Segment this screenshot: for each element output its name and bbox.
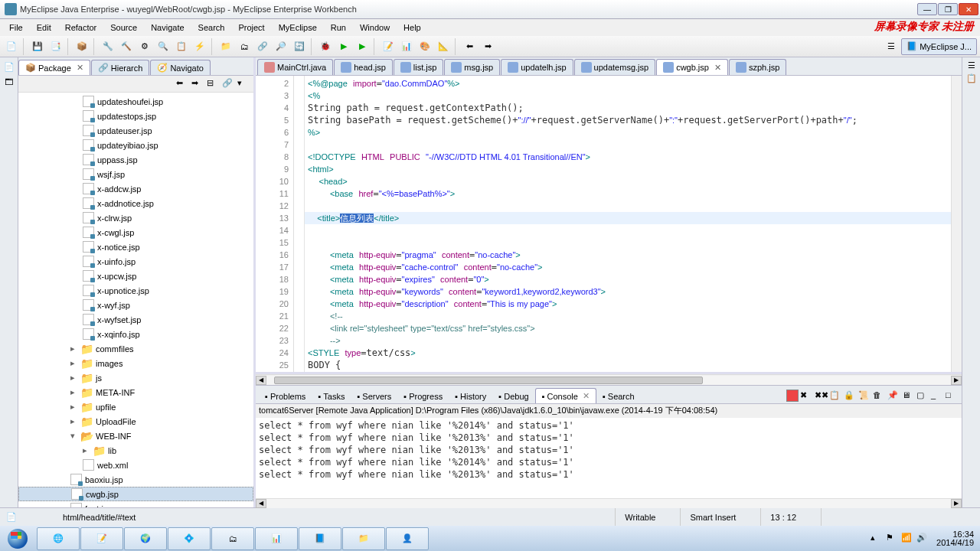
tool-btn-9[interactable]: 🗂 [236, 38, 253, 55]
task-app-2[interactable]: 🗂 [211, 527, 254, 550]
editor-tab-updatelh-jsp[interactable]: updatelh.jsp [501, 59, 573, 75]
tree-item-web-xml[interactable]: web.xml [18, 458, 253, 472]
tool-btn-13[interactable]: 📝 [380, 38, 397, 55]
tool-btn-10[interactable]: 🔗 [254, 38, 271, 55]
tree-item-x-addcw-jsp[interactable]: x-addcw.jsp [18, 181, 253, 196]
menu-source[interactable]: Source [104, 21, 143, 34]
pkg-collapse-button[interactable]: ⊟ [206, 77, 220, 91]
tree-item-lib[interactable]: ▸📁lib [18, 443, 253, 458]
bottom-tab-console[interactable]: ▪Console✕ [535, 388, 596, 403]
close-icon[interactable]: ✕ [77, 63, 83, 73]
bottom-tab-tasks[interactable]: ▪Tasks [312, 390, 351, 403]
outline-icon[interactable]: ☰ [968, 60, 975, 70]
console-btn-8[interactable]: 📌 [887, 390, 900, 403]
menu-window[interactable]: Window [354, 21, 396, 34]
tree-item-updateuser-jsp[interactable]: updateuser.jsp [18, 123, 253, 138]
perspective-myeclipse[interactable]: 📘 MyEclipse J... [901, 38, 977, 55]
bottom-tab-search[interactable]: ▪Search [596, 390, 641, 403]
console-btn-9[interactable]: 🖥 [901, 390, 915, 403]
tree-item-images[interactable]: ▸📁images [18, 356, 253, 370]
tool-btn-11[interactable]: 🔎 [273, 38, 289, 55]
remove-launch-button[interactable]: ✖ [799, 390, 813, 403]
console-btn-10[interactable]: ▢ [916, 390, 929, 403]
bottom-tab-history[interactable]: ▪History [449, 390, 492, 403]
tool-btn-3[interactable]: 🔨 [118, 38, 135, 55]
editor-tab-msg-jsp[interactable]: msg.jsp [444, 59, 500, 75]
tree-item-x-upcw-jsp[interactable]: x-upcw.jsp [18, 269, 253, 283]
tray-show-hidden-icon[interactable]: ▴ [871, 533, 883, 545]
package-tree[interactable]: updateshoufei.jspupdatestops.jspupdateus… [18, 93, 253, 507]
tool-btn-8[interactable]: 📁 [217, 38, 234, 55]
run-button[interactable]: ▶ [335, 38, 352, 55]
runlast-button[interactable]: ▶ [354, 38, 371, 55]
tool-btn-14[interactable]: 📊 [398, 38, 415, 55]
editor-tab-szph-jsp[interactable]: szph.jsp [729, 59, 786, 75]
scroll-right-button[interactable]: ▶ [951, 376, 962, 385]
close-icon[interactable]: ✕ [583, 391, 590, 401]
tab-navigator[interactable]: 🧭 Navigato [150, 60, 210, 75]
menu-run[interactable]: Run [325, 21, 352, 34]
task-ie[interactable]: 🌐 [37, 527, 80, 550]
task-myeclipse[interactable]: 💠 [168, 527, 211, 550]
tool-btn-15[interactable]: 🎨 [416, 38, 433, 55]
tool-btn-2[interactable]: 🔧 [100, 38, 116, 55]
tree-item-x-wyfset-jsp[interactable]: x-wyfset.jsp [18, 312, 253, 327]
outline-icon-2[interactable]: 📋 [966, 73, 977, 83]
code-editor[interactable]: <%@page import="dao.CommDAO"%> <% String… [305, 76, 951, 372]
menu-file[interactable]: File [3, 21, 29, 34]
scroll-thumb[interactable] [274, 377, 703, 384]
folding-gutter[interactable] [294, 76, 305, 372]
trim-icon-1[interactable]: 📄 [3, 60, 15, 73]
save-button[interactable]: 💾 [29, 38, 46, 55]
menu-edit[interactable]: Edit [31, 21, 57, 34]
editor-tab-list-jsp[interactable]: list.jsp [394, 59, 444, 75]
tray-volume-icon[interactable]: 🔊 [916, 533, 929, 545]
tree-item-x-uinfo-jsp[interactable]: x-uinfo.jsp [18, 254, 253, 269]
tab-hierarchy[interactable]: 🔗 Hierarch [91, 60, 150, 75]
task-excel[interactable]: 📊 [255, 527, 298, 550]
close-button[interactable]: ✕ [959, 3, 978, 15]
task-notepad[interactable]: 📝 [80, 527, 123, 550]
tool-btn-5[interactable]: 🔍 [155, 38, 172, 55]
bottom-tab-servers[interactable]: ▪Servers [351, 390, 397, 403]
pkg-menu-button[interactable]: ▾ [237, 77, 250, 91]
debug-button[interactable]: 🐞 [317, 38, 334, 55]
minimize-view-button[interactable]: _ [930, 390, 944, 403]
tree-item-wsjf-jsp[interactable]: wsjf.jsp [18, 167, 253, 181]
tree-item-x-upnotice-jsp[interactable]: x-upnotice.jsp [18, 283, 253, 298]
back-button[interactable]: ⬅ [461, 38, 478, 55]
tree-item-foot-isn[interactable]: foot.isn [18, 501, 253, 507]
console-scroll-right[interactable]: ▶ [951, 499, 962, 508]
console-output[interactable]: select * from wyf where nian like '%2014… [256, 418, 962, 498]
tool-btn-4[interactable]: ⚙ [136, 38, 153, 55]
saveall-button[interactable]: 📑 [47, 38, 64, 55]
pkg-forward-button[interactable]: ➡ [191, 77, 204, 91]
pkg-back-button[interactable]: ⬅ [175, 77, 189, 91]
bottom-tab-progress[interactable]: ▪Progress [397, 390, 449, 403]
start-button[interactable] [2, 527, 34, 550]
editor-tab-cwgb-jsp[interactable]: cwgb.jsp✕ [656, 59, 728, 75]
tree-item-baoxiu-jsp[interactable]: baoxiu.jsp [18, 472, 253, 487]
open-perspective-button[interactable]: ☰ [883, 38, 900, 55]
tree-item-x-clrw-jsp[interactable]: x-clrw.jsp [18, 210, 253, 225]
tree-item-updateshoufei-jsp[interactable]: updateshoufei.jsp [18, 94, 253, 109]
bottom-tab-problems[interactable]: ▪Problems [259, 390, 312, 403]
remove-all-button[interactable]: ✖✖ [814, 390, 828, 403]
editor-tab-head-jsp[interactable]: head.jsp [334, 59, 393, 75]
terminate-button[interactable] [786, 390, 799, 402]
task-explorer[interactable]: 📁 [342, 527, 385, 550]
minimize-button[interactable]: — [917, 3, 937, 15]
maximize-view-button[interactable]: □ [945, 390, 959, 403]
tree-item-x-cwgl-jsp[interactable]: x-cwgl.jsp [18, 225, 253, 240]
maximize-button[interactable]: ❐ [938, 3, 958, 15]
vertical-scrollbar[interactable] [951, 76, 962, 372]
editor-tab-updatemsg-jsp[interactable]: updatemsg.jsp [574, 59, 656, 75]
tool-btn-16[interactable]: 📐 [435, 38, 452, 55]
tool-btn-7[interactable]: ⚡ [191, 38, 208, 55]
menu-myeclipse[interactable]: MyEclipse [273, 21, 323, 34]
menu-search[interactable]: Search [192, 21, 231, 34]
trim-icon-2[interactable]: 🗔 [3, 76, 15, 88]
tool-btn-6[interactable]: 📋 [173, 38, 190, 55]
tool-btn-1[interactable]: 📦 [74, 38, 90, 55]
close-icon[interactable]: ✕ [714, 63, 721, 73]
